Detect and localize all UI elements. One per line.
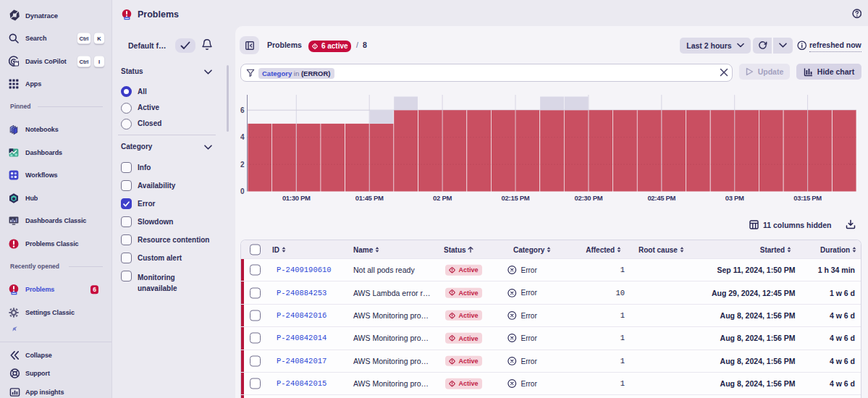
svg-text:02:30 PM: 02:30 PM	[575, 194, 603, 202]
svg-text:02 PM: 02 PM	[433, 194, 452, 202]
svg-text:03 PM: 03 PM	[725, 194, 744, 202]
svg-text:01:30 PM: 01:30 PM	[282, 194, 311, 202]
svg-text:02:15 PM: 02:15 PM	[502, 194, 530, 202]
svg-text:01:45 PM: 01:45 PM	[355, 194, 384, 202]
svg-text:4: 4	[240, 133, 245, 141]
svg-text:2: 2	[240, 161, 245, 169]
svg-text:6: 6	[240, 106, 245, 114]
svg-text:0: 0	[240, 187, 245, 195]
svg-text:02:45 PM: 02:45 PM	[647, 194, 675, 202]
svg-text:03:15 PM: 03:15 PM	[793, 194, 822, 202]
